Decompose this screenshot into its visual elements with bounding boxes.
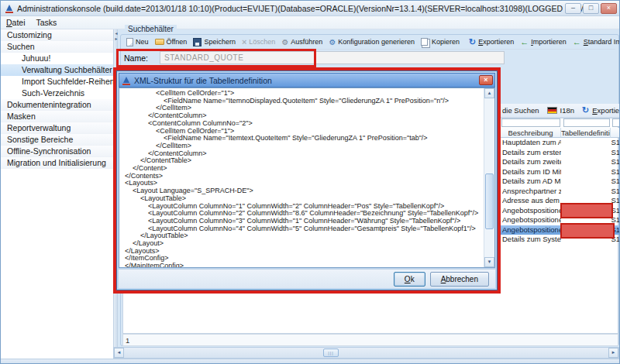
loeschen-button: Löschen: [239, 36, 278, 49]
maximize-button[interactable]: □: [583, 3, 599, 14]
annotation-box-dialog: XML-Struktur für die Tabellendefinition …: [113, 67, 501, 294]
export-arrow-icon: [582, 106, 589, 115]
table-row[interactable]: Angebotspositionen (... S1: [501, 206, 620, 216]
sidebar-item-suchen[interactable]: Suchen: [1, 41, 113, 53]
delete-x-icon: [242, 38, 246, 46]
kopieren-button[interactable]: Kopieren: [418, 36, 463, 49]
scroll-right-icon[interactable]: ►: [608, 348, 618, 358]
scroll-down-icon[interactable]: ▼: [484, 257, 494, 267]
dialog-titlebar: XML-Struktur für die Tabellendefinition …: [119, 73, 495, 88]
sidebar-item-sonstige-bereiche[interactable]: Sonstige Bereiche: [1, 134, 113, 146]
sidebar-item-import-suchfelder-reihenfolge[interactable]: Import Suchfelder-Reihenfolge: [1, 76, 113, 88]
name-input[interactable]: STANDARD_QUOTE: [160, 51, 505, 64]
window-title: Administrationskonsole (build.date=2013/…: [17, 4, 594, 13]
ok-button[interactable]: Ok: [394, 272, 425, 287]
exportieren-button[interactable]: Exportieren: [466, 36, 517, 49]
konfiguration-generieren-button[interactable]: Konfiguration generieren: [326, 36, 418, 49]
export-arrow-icon: [469, 38, 476, 46]
name-label: Name:: [124, 53, 148, 63]
xml-text-area[interactable]: <CellItem CellOrder="1"> <FieldName Name…: [119, 88, 484, 267]
table-row[interactable]: Details zum zweiten U... S1: [501, 157, 620, 167]
ausfuehren-button[interactable]: Ausführen: [278, 36, 326, 49]
german-flag-icon: [547, 107, 557, 114]
i18n-button[interactable]: I18n: [560, 106, 575, 115]
scroll-left-icon[interactable]: ◄: [114, 348, 124, 358]
table-row-selected[interactable]: Angebotspositionen z... S1: [501, 225, 620, 235]
oeffnen-button[interactable]: Öffnen: [152, 36, 191, 49]
scrollbar-thumb[interactable]: |||: [323, 349, 339, 357]
table-row[interactable]: Details zum AD Mitar... S1: [501, 177, 620, 187]
dialog-title: XML-Struktur für die Tabellendefinition: [134, 76, 272, 85]
table-row[interactable]: Adresse aus dem Ans... S1: [501, 196, 620, 206]
cancel-button[interactable]: Abbrechen: [430, 272, 489, 287]
speichern-button[interactable]: Speichern: [190, 36, 239, 49]
horizontal-scrollbar[interactable]: ◄ ||| ►: [113, 347, 619, 359]
table-row[interactable]: Details zum ID Mitarb... S1: [501, 167, 620, 177]
window-bottom-strip: [1, 359, 620, 364]
scrollbar-thumb[interactable]: [485, 173, 494, 229]
close-button[interactable]: ×: [601, 3, 617, 14]
suchen-label-fragment[interactable]: die Suchen: [502, 106, 539, 115]
minimize-button[interactable]: –: [565, 3, 581, 14]
dialog-button-bar: Ok Abbrechen: [119, 269, 495, 288]
generate-config-icon: [329, 38, 336, 46]
import-arrow-icon: [520, 38, 529, 46]
copy-pages-icon: [421, 38, 428, 46]
open-folder-icon: [155, 39, 164, 45]
menu-datei[interactable]: Datei: [1, 16, 31, 29]
table-row[interactable]: Details zum ersten Un... S1: [501, 148, 620, 158]
dialog-icon: [122, 76, 131, 85]
dialog-vertical-scrollbar[interactable]: ▲ ▼: [484, 88, 494, 267]
column-header-beschreibung[interactable]: Beschreibung: [501, 128, 561, 138]
table-row[interactable]: Hauptdaten zum Ang... S1: [501, 138, 620, 148]
filter-input-tabellendefinition[interactable]: [563, 118, 610, 127]
results-toolbar: die Suchen I18n Exportieren: [501, 104, 620, 118]
sidebar-item-offline-synchronisation[interactable]: Offline-Synchronisation: [1, 146, 113, 157]
menubar: Datei Tasks: [1, 16, 620, 29]
sidebar-item-juhuuu[interactable]: Juhuuu!: [1, 53, 113, 64]
sidebar-item-customizing[interactable]: Customizing: [1, 29, 113, 41]
menu-tasks[interactable]: Tasks: [31, 16, 63, 29]
column-header-tabellendefinition[interactable]: Tabellendefinition: [561, 128, 611, 138]
navigation-sidebar: Customizing Suchen Juhuuu! Verwaltung Su…: [1, 29, 113, 359]
grid-footer: 1: [122, 334, 618, 346]
sidebar-item-such-verzeichnis[interactable]: Such-Verzeichnis: [1, 88, 113, 99]
app-icon: [5, 4, 14, 13]
standard-import-button[interactable]: Standard Import: [570, 36, 620, 49]
sidebar-item-dokumentenintegration[interactable]: Dokumentenintegration: [1, 99, 113, 111]
results-panel: die Suchen I18n Exportieren Beschreibung…: [501, 104, 620, 334]
suchbehaelter-toolbar: Neu Öffnen Speichern Löschen Ausführen K…: [123, 35, 615, 50]
name-row: Name: STANDARD_QUOTE: [118, 50, 620, 67]
filter-input-cut[interactable]: [612, 118, 620, 127]
dialog-body: <CellItem CellOrder="1"> <FieldName Name…: [119, 88, 495, 268]
line-number: 1: [126, 336, 129, 345]
table-row[interactable]: Details zum Systembe... S1: [501, 235, 620, 245]
exportieren-button[interactable]: Exportieren: [592, 106, 620, 115]
table-row[interactable]: Angebotspositionen (... S1: [501, 215, 620, 225]
sidebar-item-reportverwaltung[interactable]: Reportverwaltung: [1, 122, 113, 134]
sidebar-item-masken[interactable]: Masken: [1, 111, 113, 122]
standard-import-arrow-icon: [573, 38, 581, 46]
neu-button[interactable]: Neu: [123, 36, 152, 49]
groupbox-label: Suchbehälter: [125, 25, 177, 34]
sidebar-item-migration-und-initialisierung[interactable]: Migration und Initialisierung: [1, 157, 113, 169]
xml-structure-dialog: XML-Struktur für die Tabellendefinition …: [116, 70, 498, 290]
save-floppy-icon: [193, 38, 202, 46]
application-window: Administrationskonsole (build.date=2013/…: [0, 0, 620, 364]
filter-input-beschreibung[interactable]: [501, 118, 560, 127]
scroll-up-icon[interactable]: ▲: [484, 88, 494, 98]
xml-content: <CellItem CellOrder="1"> <FieldName Name…: [119, 88, 484, 267]
importieren-button[interactable]: Importieren: [517, 36, 570, 49]
window-titlebar: Administrationskonsole (build.date=2013/…: [1, 1, 620, 16]
table-row[interactable]: Ansprechpartner zum... S1: [501, 187, 620, 197]
sidebar-item-verwaltung-suchbehaelter[interactable]: Verwaltung Suchbehälter: [1, 64, 113, 76]
new-document-icon: [126, 38, 133, 46]
run-gear-icon: [281, 38, 288, 46]
column-header-cut[interactable]: [611, 128, 620, 138]
dialog-close-button[interactable]: ×: [479, 75, 493, 85]
